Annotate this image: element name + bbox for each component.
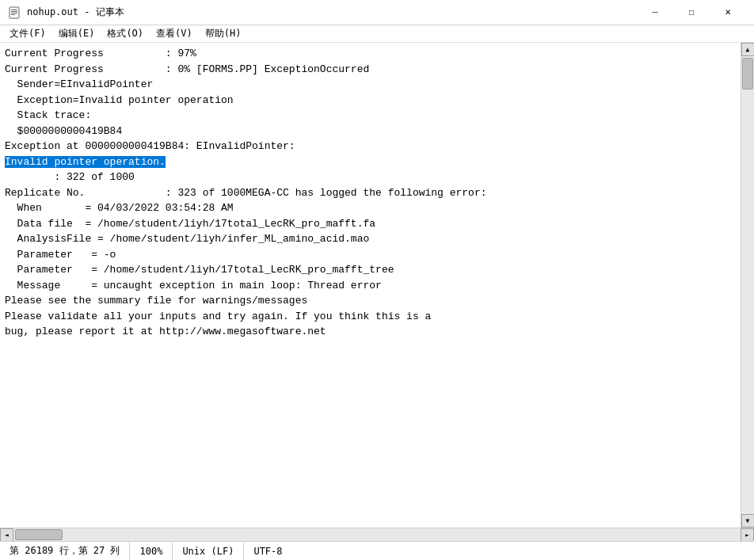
minimize-button[interactable]: ─ (637, 0, 673, 25)
menu-view[interactable]: 查看(V) (150, 25, 199, 42)
horizontal-scrollbar[interactable]: ◄ ► (0, 528, 754, 541)
vertical-scrollbar[interactable]: ▲ ▼ (741, 43, 754, 528)
svg-rect-2 (11, 11, 17, 12)
hscroll-track[interactable] (13, 528, 741, 541)
content-wrapper: Current Progress : 97%Current Progress :… (0, 43, 754, 528)
scroll-thumb[interactable] (742, 58, 753, 90)
scroll-right-button[interactable]: ► (741, 528, 754, 542)
svg-rect-4 (11, 14, 15, 15)
scroll-track[interactable] (741, 56, 754, 514)
app-icon (8, 6, 21, 19)
hscroll-thumb[interactable] (15, 529, 63, 540)
svg-rect-1 (11, 10, 17, 10)
scroll-left-button[interactable]: ◄ (0, 528, 13, 542)
close-button[interactable]: ✕ (710, 0, 746, 25)
maximize-button[interactable]: □ (673, 0, 710, 25)
menu-file[interactable]: 文件(F) (3, 25, 52, 42)
svg-rect-3 (11, 13, 17, 13)
scroll-down-button[interactable]: ▼ (741, 514, 755, 528)
menu-edit[interactable]: 编辑(E) (52, 25, 101, 42)
window-controls: ─ □ ✕ (637, 0, 746, 25)
scroll-up-button[interactable]: ▲ (741, 43, 755, 56)
encoding: UTF-8 (244, 542, 291, 560)
title-bar: nohup.out - 记事本 ─ □ ✕ (0, 0, 754, 25)
cursor-position: 第 26189 行，第 27 列 (0, 542, 130, 560)
zoom-level: 100% (130, 542, 173, 560)
menu-help[interactable]: 帮助(H) (199, 25, 248, 42)
menu-format[interactable]: 格式(O) (101, 25, 150, 42)
text-area[interactable]: Current Progress : 97%Current Progress :… (0, 43, 741, 528)
status-bar: 第 26189 行，第 27 列 100% Unix (LF) UTF-8 (0, 541, 754, 560)
line-ending: Unix (LF) (173, 542, 244, 560)
menu-bar: 文件(F) 编辑(E) 格式(O) 查看(V) 帮助(H) (0, 25, 754, 43)
window-title: nohup.out - 记事本 (27, 6, 637, 19)
